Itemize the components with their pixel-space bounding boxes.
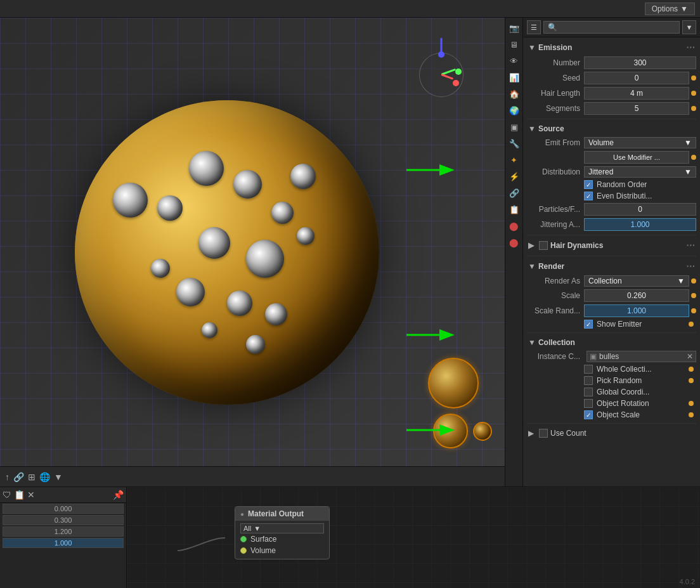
object-scale-checkbox[interactable] [584,410,593,419]
source-section-header[interactable]: ▼ Source [527,122,696,136]
hair-dynamics-checkbox[interactable] [539,241,548,250]
toolbar-data-icon[interactable]: 📋 [507,202,522,217]
random-order-checkbox[interactable] [584,180,593,189]
volume-socket[interactable] [240,547,247,554]
bottom-pin-icon[interactable]: 📌 [113,490,124,500]
toolbar-material-icon[interactable]: ⬤ [507,218,522,233]
distribution-dropdown[interactable]: Jittered ▼ [584,166,696,178]
use-count-label: Use Count [550,429,587,438]
toolbar-view-icon[interactable]: 👁 [507,53,522,69]
scale-dot[interactable] [691,293,696,298]
node-dropdown-arrow: ▼ [254,525,261,532]
render-as-dot[interactable] [691,278,696,284]
whole-collection-dot[interactable] [689,367,694,372]
hair-dynamics-dots[interactable]: ⋯ [686,240,695,251]
scale-value[interactable]: 0.260 [584,289,689,302]
scale-rand-value[interactable]: 1.000 [584,304,689,317]
toolbar-world-icon[interactable]: 🌍 [507,103,522,118]
jittering-row: Jittering A... 1.000 [527,217,696,232]
seed-value[interactable]: 0 [584,72,689,84]
small-sphere-6 [271,202,294,224]
particles-f-value[interactable]: 0 [584,203,696,216]
props-search-arrow[interactable]: ▼ [682,20,696,34]
toolbar-shading-icon[interactable]: ⬤ [507,235,522,250]
options-button[interactable]: Options ▼ [645,3,695,15]
props-content: ▼ Emission ⋯ Number 300 Seed 0 Hair Leng… [523,37,700,487]
collection-expand-icon: ▼ [528,338,536,347]
viewport-toolbar-icon-4[interactable]: 🌐 [39,472,50,482]
divider-5 [527,423,696,424]
object-rotation-dot[interactable] [689,401,694,406]
segments-value[interactable]: 5 [584,102,689,115]
render-as-arrow: ▼ [677,277,685,285]
bottom-shield-icon[interactable]: 🛡 [3,490,11,500]
object-rotation-checkbox[interactable] [584,399,593,408]
use-count-checkbox[interactable] [539,429,548,438]
toolbar-particles-icon[interactable]: ✦ [507,152,522,167]
use-modifier-value[interactable]: Use Modifier ... [584,151,689,164]
hair-length-value[interactable]: 4 m [584,87,689,100]
hair-dynamics-section-header[interactable]: ▶ Hair Dynamics ⋯ [527,238,696,253]
number-value[interactable]: 300 [584,56,696,69]
collection-pill[interactable]: ▣ bulles ✕ [587,351,696,362]
show-emitter-dot[interactable] [689,322,694,327]
toolbar-modifier-icon[interactable]: 🔧 [507,136,522,151]
gizmo-z-dot [438,51,444,58]
random-order-label: Random Order [597,180,647,189]
node-dropdown[interactable]: All ▼ [240,523,324,533]
bottom-close-icon[interactable]: ✕ [27,490,35,500]
props-search-input[interactable] [543,21,680,34]
val-1: 0.300 [3,515,124,525]
scale-label: Scale [527,291,584,300]
surface-socket[interactable] [240,536,247,542]
scale-rand-dot[interactable] [691,308,696,313]
collection-name: bulles [599,352,619,361]
viewport[interactable]: ↑ 🔗 ⊞ 🌐 ▼ [0,18,505,487]
emit-from-dropdown[interactable]: Volume ▼ [584,137,696,148]
node-editor[interactable]: ● Material Output All ▼ Surface Volume 4 [127,487,700,588]
bottom-area: 🛡 📋 ✕ 📌 0.000 0.300 1.200 1.000 [0,487,700,588]
use-count-row[interactable]: ▶ Use Count [527,426,696,440]
even-distribution-checkbox[interactable] [584,192,593,200]
hair-length-dot[interactable] [691,91,696,96]
render-as-value: Collection [588,277,622,285]
pick-random-checkbox[interactable] [584,376,593,385]
pick-random-dot[interactable] [689,378,694,383]
object-rotation-row: Object Rotation [527,398,696,409]
toolbar-constraints-icon[interactable]: 🔗 [507,185,522,200]
jittering-value[interactable]: 1.000 [584,218,696,231]
scale-row: Scale 0.260 [527,288,696,303]
render-dots[interactable]: ⋯ [686,261,695,271]
global-coords-checkbox[interactable] [584,388,593,396]
viewport-toolbar-icon-2[interactable]: 🔗 [13,472,24,482]
top-bar: Options ▼ [0,0,700,18]
bottom-toolbar: 🛡 📋 ✕ 📌 [0,487,126,503]
use-modifier-dot[interactable] [691,155,696,160]
object-scale-dot[interactable] [689,412,694,417]
toolbar-object-icon[interactable]: ▣ [507,119,522,134]
render-section-header[interactable]: ▼ Render ⋯ [527,259,696,274]
seed-dot[interactable] [691,75,696,81]
whole-collection-checkbox[interactable] [584,365,593,374]
collection-remove-button[interactable]: ✕ [687,352,693,361]
toolbar-compositor-icon[interactable]: 📊 [507,70,522,85]
bottom-copy-icon[interactable]: 📋 [14,490,25,500]
render-as-dropdown[interactable]: Collection ▼ [584,275,689,287]
toolbar-scene-icon[interactable]: 🏠 [507,86,522,101]
toolbar-render-icon[interactable]: 📷 [507,20,522,36]
toolbar-output-icon[interactable]: 🖥 [507,37,522,52]
emission-dots[interactable]: ⋯ [686,42,695,53]
props-menu-icon[interactable]: ☰ [527,20,541,34]
emit-from-value: Volume [588,138,614,147]
viewport-toolbar-icon-1[interactable]: ↑ [5,472,10,482]
collection-section-header[interactable]: ▼ Collection [527,336,696,350]
emission-section-header[interactable]: ▼ Emission ⋯ [527,40,696,55]
distribution-row: Distribution Jittered ▼ [527,165,696,179]
toolbar-physics-icon[interactable]: ⚡ [507,169,522,184]
material-output-node[interactable]: ● Material Output All ▼ Surface Volume [235,506,330,559]
segments-dot[interactable] [691,106,696,111]
viewport-toolbar-icon-3[interactable]: ⊞ [28,472,36,482]
show-emitter-checkbox[interactable] [584,320,593,329]
small-sphere-13 [246,335,265,354]
viewport-toolbar-icon-5[interactable]: ▼ [54,472,63,482]
